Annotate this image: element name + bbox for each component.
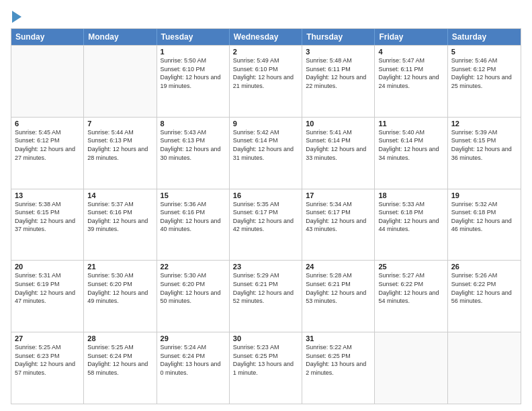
calendar-cell: 6Sunrise: 5:45 AM Sunset: 6:12 PM Daylig… <box>11 118 84 189</box>
calendar-cell: 22Sunrise: 5:30 AM Sunset: 6:20 PM Dayli… <box>157 261 230 332</box>
calendar-header-cell: Saturday <box>448 29 521 45</box>
day-number: 4 <box>378 48 443 56</box>
day-number: 5 <box>451 48 517 56</box>
calendar-cell: 1Sunrise: 5:50 AM Sunset: 6:10 PM Daylig… <box>157 46 230 117</box>
calendar-header-cell: Monday <box>84 29 157 45</box>
calendar-cell: 10Sunrise: 5:41 AM Sunset: 6:14 PM Dayli… <box>302 118 375 189</box>
calendar-cell <box>375 332 447 404</box>
cell-sun-info: Sunrise: 5:41 AM Sunset: 6:14 PM Dayligh… <box>306 128 371 162</box>
day-number: 19 <box>451 191 517 199</box>
day-number: 16 <box>233 191 298 199</box>
cell-sun-info: Sunrise: 5:32 AM Sunset: 6:18 PM Dayligh… <box>451 200 517 234</box>
calendar-row: 6Sunrise: 5:45 AM Sunset: 6:12 PM Daylig… <box>11 117 521 189</box>
day-number: 31 <box>306 334 371 342</box>
day-number: 26 <box>451 263 517 271</box>
day-number: 20 <box>15 263 80 271</box>
day-number: 2 <box>233 48 298 56</box>
calendar-cell: 11Sunrise: 5:40 AM Sunset: 6:14 PM Dayli… <box>375 118 447 189</box>
cell-sun-info: Sunrise: 5:23 AM Sunset: 6:25 PM Dayligh… <box>233 343 298 377</box>
calendar-cell <box>448 332 521 404</box>
cell-sun-info: Sunrise: 5:28 AM Sunset: 6:21 PM Dayligh… <box>306 271 371 305</box>
calendar-header-cell: Wednesday <box>230 29 302 45</box>
day-number: 11 <box>378 120 443 128</box>
cell-sun-info: Sunrise: 5:40 AM Sunset: 6:14 PM Dayligh… <box>378 128 443 162</box>
cell-sun-info: Sunrise: 5:46 AM Sunset: 6:12 PM Dayligh… <box>451 56 517 90</box>
cell-sun-info: Sunrise: 5:49 AM Sunset: 6:10 PM Dayligh… <box>233 56 298 90</box>
day-number: 3 <box>306 48 371 56</box>
calendar-cell: 21Sunrise: 5:30 AM Sunset: 6:20 PM Dayli… <box>84 261 157 332</box>
calendar-cell: 12Sunrise: 5:39 AM Sunset: 6:15 PM Dayli… <box>448 118 521 189</box>
calendar-cell: 4Sunrise: 5:47 AM Sunset: 6:11 PM Daylig… <box>375 46 447 117</box>
cell-sun-info: Sunrise: 5:22 AM Sunset: 6:25 PM Dayligh… <box>306 343 371 377</box>
cell-sun-info: Sunrise: 5:45 AM Sunset: 6:12 PM Dayligh… <box>15 128 80 162</box>
cell-sun-info: Sunrise: 5:43 AM Sunset: 6:13 PM Dayligh… <box>161 128 226 162</box>
calendar-cell <box>11 46 84 117</box>
day-number: 8 <box>161 120 226 128</box>
calendar-cell: 8Sunrise: 5:43 AM Sunset: 6:13 PM Daylig… <box>157 118 230 189</box>
cell-sun-info: Sunrise: 5:29 AM Sunset: 6:21 PM Dayligh… <box>233 271 298 305</box>
cell-sun-info: Sunrise: 5:42 AM Sunset: 6:14 PM Dayligh… <box>233 128 298 162</box>
day-number: 21 <box>87 263 152 271</box>
calendar-cell: 20Sunrise: 5:31 AM Sunset: 6:19 PM Dayli… <box>11 261 84 332</box>
day-number: 12 <box>451 120 517 128</box>
cell-sun-info: Sunrise: 5:34 AM Sunset: 6:17 PM Dayligh… <box>306 200 371 234</box>
day-number: 18 <box>378 191 443 199</box>
calendar-cell: 24Sunrise: 5:28 AM Sunset: 6:21 PM Dayli… <box>302 261 375 332</box>
calendar-cell: 18Sunrise: 5:33 AM Sunset: 6:18 PM Dayli… <box>375 189 447 261</box>
cell-sun-info: Sunrise: 5:47 AM Sunset: 6:11 PM Dayligh… <box>378 56 443 90</box>
cell-sun-info: Sunrise: 5:36 AM Sunset: 6:16 PM Dayligh… <box>161 200 226 234</box>
logo-text <box>11 11 21 24</box>
calendar-row: 27Sunrise: 5:25 AM Sunset: 6:23 PM Dayli… <box>11 332 521 404</box>
calendar-cell: 16Sunrise: 5:35 AM Sunset: 6:17 PM Dayli… <box>230 189 302 261</box>
calendar-row: 20Sunrise: 5:31 AM Sunset: 6:19 PM Dayli… <box>11 260 521 332</box>
calendar-cell: 23Sunrise: 5:29 AM Sunset: 6:21 PM Dayli… <box>230 261 302 332</box>
calendar-cell: 2Sunrise: 5:49 AM Sunset: 6:10 PM Daylig… <box>230 46 302 117</box>
day-number: 9 <box>233 120 298 128</box>
cell-sun-info: Sunrise: 5:44 AM Sunset: 6:13 PM Dayligh… <box>87 128 152 162</box>
calendar-cell: 26Sunrise: 5:26 AM Sunset: 6:22 PM Dayli… <box>448 261 521 332</box>
day-number: 13 <box>15 191 80 199</box>
cell-sun-info: Sunrise: 5:37 AM Sunset: 6:16 PM Dayligh… <box>87 200 152 234</box>
cell-sun-info: Sunrise: 5:39 AM Sunset: 6:15 PM Dayligh… <box>451 128 517 162</box>
calendar-cell: 31Sunrise: 5:22 AM Sunset: 6:25 PM Dayli… <box>302 332 375 404</box>
calendar-cell: 9Sunrise: 5:42 AM Sunset: 6:14 PM Daylig… <box>230 118 302 189</box>
day-number: 29 <box>161 334 226 342</box>
cell-sun-info: Sunrise: 5:25 AM Sunset: 6:23 PM Dayligh… <box>15 343 80 377</box>
calendar-cell: 5Sunrise: 5:46 AM Sunset: 6:12 PM Daylig… <box>448 46 521 117</box>
calendar-cell: 19Sunrise: 5:32 AM Sunset: 6:18 PM Dayli… <box>448 189 521 261</box>
day-number: 10 <box>306 120 371 128</box>
calendar-cell: 25Sunrise: 5:27 AM Sunset: 6:22 PM Dayli… <box>375 261 447 332</box>
cell-sun-info: Sunrise: 5:27 AM Sunset: 6:22 PM Dayligh… <box>378 271 443 305</box>
day-number: 25 <box>378 263 443 271</box>
calendar-header-row: SundayMondayTuesdayWednesdayThursdayFrid… <box>11 29 521 45</box>
calendar-row: 1Sunrise: 5:50 AM Sunset: 6:10 PM Daylig… <box>11 45 521 117</box>
calendar-header-cell: Sunday <box>11 29 84 45</box>
day-number: 17 <box>306 191 371 199</box>
day-number: 22 <box>161 263 226 271</box>
logo <box>11 11 21 24</box>
cell-sun-info: Sunrise: 5:35 AM Sunset: 6:17 PM Dayligh… <box>233 200 298 234</box>
day-number: 6 <box>15 120 80 128</box>
cell-sun-info: Sunrise: 5:24 AM Sunset: 6:24 PM Dayligh… <box>161 343 226 377</box>
day-number: 23 <box>233 263 298 271</box>
cell-sun-info: Sunrise: 5:25 AM Sunset: 6:24 PM Dayligh… <box>87 343 152 377</box>
day-number: 7 <box>87 120 152 128</box>
cell-sun-info: Sunrise: 5:50 AM Sunset: 6:10 PM Dayligh… <box>161 56 226 90</box>
day-number: 14 <box>87 191 152 199</box>
calendar-cell: 13Sunrise: 5:38 AM Sunset: 6:15 PM Dayli… <box>11 189 84 261</box>
calendar-cell: 14Sunrise: 5:37 AM Sunset: 6:16 PM Dayli… <box>84 189 157 261</box>
day-number: 1 <box>161 48 226 56</box>
day-number: 27 <box>15 334 80 342</box>
cell-sun-info: Sunrise: 5:48 AM Sunset: 6:11 PM Dayligh… <box>306 56 371 90</box>
cell-sun-info: Sunrise: 5:30 AM Sunset: 6:20 PM Dayligh… <box>87 271 152 305</box>
day-number: 28 <box>87 334 152 342</box>
calendar-header-cell: Friday <box>375 29 447 45</box>
cell-sun-info: Sunrise: 5:33 AM Sunset: 6:18 PM Dayligh… <box>378 200 443 234</box>
header <box>11 8 521 24</box>
logo-arrow-icon <box>12 11 21 23</box>
calendar-header-cell: Thursday <box>302 29 375 45</box>
day-number: 15 <box>161 191 226 199</box>
cell-sun-info: Sunrise: 5:31 AM Sunset: 6:19 PM Dayligh… <box>15 271 80 305</box>
calendar-header-cell: Tuesday <box>157 29 230 45</box>
day-number: 24 <box>306 263 371 271</box>
